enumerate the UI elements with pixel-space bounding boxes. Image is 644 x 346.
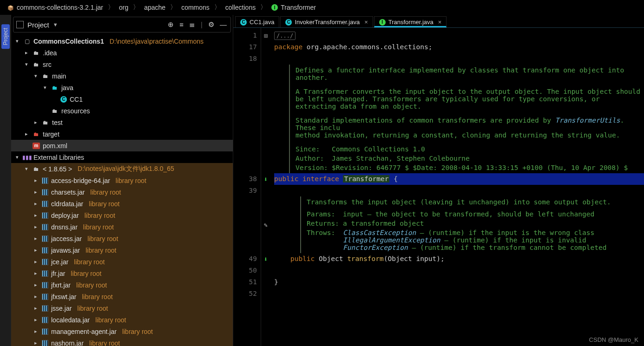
tab-cc1[interactable]: C CC1.java (235, 16, 279, 27)
chevron-right-icon[interactable]: ▸ (33, 340, 39, 346)
tree-lib-jar[interactable]: ▸jfxswt.jarlibrary root (11, 291, 233, 302)
doc-link[interactable]: IllegalArgumentException (343, 236, 440, 244)
tree-lib-jar[interactable]: ▸cldrdata.jarlibrary root (11, 198, 233, 209)
chevron-right-icon[interactable]: ▸ (33, 119, 39, 125)
project-panel: Project ▼ ⊕ ≡ ≣ | ⚙ — ▾ ▢ CommonsCollect… (11, 15, 233, 346)
chevron-down-icon[interactable]: ▾ (14, 38, 20, 44)
tree-label: localedata.jar (51, 316, 90, 324)
tree-folder-src[interactable]: ▾ 🖿 src (11, 59, 233, 70)
tree-lib-jar[interactable]: ▸nashorn.jarlibrary root (11, 337, 233, 346)
tree-folder-java[interactable]: ▾ 🖿 java (11, 82, 233, 93)
library-icon (42, 305, 48, 312)
crumb-org[interactable]: org (116, 3, 131, 12)
implemented-icon[interactable]: ⬇ (264, 255, 268, 263)
tree-folder-test[interactable]: ▸ 🖿 test (11, 117, 233, 128)
chevron-right-icon[interactable]: ▸ (23, 131, 30, 137)
tree-lib-jar[interactable]: ▸javaws.jarlibrary root (11, 244, 233, 256)
chevron-right-icon[interactable]: ▸ (33, 201, 39, 207)
doc-link[interactable]: FunctorException (343, 244, 408, 251)
tree-label: management-agent.jar (51, 328, 117, 335)
tree-lib-jar[interactable]: ▸jaccess.jarlibrary root (11, 233, 233, 244)
tree-lib-jar[interactable]: ▸deploy.jarlibrary root (11, 209, 233, 221)
chevron-right-icon[interactable]: ▸ (33, 305, 39, 311)
chevron-down-icon[interactable]: ▼ (53, 22, 58, 27)
code-content[interactable]: /.../ package org.apache.commons.collect… (270, 28, 644, 346)
gutter-marks[interactable]: ⊞⬇✎⬇ (261, 28, 270, 346)
tree-lib-jar[interactable]: ▸jfxrt.jarlibrary root (11, 279, 233, 291)
tree-lib-jar[interactable]: ▸dnsns.jarlibrary root (11, 221, 233, 233)
tree-folder-idea[interactable]: ▸ 🖿 .idea (11, 47, 233, 59)
tree-file-pom[interactable]: ▸ m pom.xml (11, 140, 233, 151)
tree-lib-jar[interactable]: ▸management-agent.jarlibrary root (11, 326, 233, 337)
project-header: Project ▼ ⊕ ≡ ≣ | ⚙ — (13, 17, 231, 33)
tree-suffix: library root (89, 200, 119, 208)
tree-label: pom.xml (43, 142, 67, 150)
edit-icon[interactable]: ✎ (264, 222, 268, 228)
chevron-right-icon[interactable]: ▸ (33, 177, 39, 183)
crumb-label: commons-collections-3.2.1.jar (17, 4, 103, 11)
project-tree[interactable]: ▾ ▢ CommonsCollections1 D:\notes\java\pr… (11, 34, 233, 346)
close-icon[interactable]: × (364, 19, 368, 26)
expand-all-icon[interactable]: ≡ (179, 20, 184, 29)
library-icon (42, 317, 48, 323)
toolwindow-stripe: Project (0, 15, 11, 346)
doc-text: – (runtime) if the input is the wrong cl… (416, 229, 594, 236)
code-editor[interactable]: 11718383949505152 ⊞⬇✎⬇ /.../ package org… (233, 28, 644, 346)
locate-icon[interactable]: ⊕ (168, 20, 174, 29)
chevron-right-icon[interactable]: ▸ (33, 235, 39, 242)
doc-link[interactable]: ClassCastException (343, 229, 416, 236)
doc-tag-value: $Revision: 646777 $ $Date: 2008-04-10 13… (332, 164, 644, 171)
crumb-jar[interactable]: commons-collections-3.2.1.jar (5, 3, 106, 12)
tree-module[interactable]: ▾ ▢ CommonsCollections1 D:\notes\java\pr… (11, 35, 233, 47)
line-gutter[interactable]: 11718383949505152 (233, 28, 261, 346)
hide-icon[interactable]: — (220, 20, 227, 29)
tree-lib-jar[interactable]: ▸access-bridge-64.jarlibrary root (11, 175, 233, 186)
tree-jdk[interactable]: ▾ 🖿 < 1.8.65 > D:\notes\java\jdk文件\jdk1.… (11, 163, 233, 175)
project-toolwindow-tab[interactable]: Project (1, 24, 10, 49)
doc-link[interactable]: TransformerUtils (555, 117, 620, 124)
crumb-apache[interactable]: apache (141, 3, 168, 12)
chevron-right-icon[interactable]: ▸ (33, 282, 39, 288)
tab-invoker[interactable]: C InvokerTransformer.java × (280, 16, 373, 27)
tree-lib-jar[interactable]: ▸jfr.jarlibrary root (11, 268, 233, 279)
chevron-right-icon[interactable]: ▸ (33, 317, 39, 323)
chevron-right-icon: 〉 (108, 3, 114, 12)
crumb-collections[interactable]: collections (223, 3, 258, 12)
chevron-right-icon[interactable]: ▸ (33, 328, 39, 334)
close-icon[interactable]: × (438, 19, 442, 26)
chevron-down-icon[interactable]: ▾ (23, 61, 30, 67)
chevron-down-icon[interactable]: ▾ (33, 73, 39, 79)
chevron-right-icon[interactable]: ▸ (33, 247, 39, 253)
crumb-interface[interactable]: I Transformer (269, 3, 319, 12)
tree-label: jsse.jar (51, 305, 72, 312)
crumb-commons[interactable]: commons (178, 3, 212, 12)
tree-label: java (61, 84, 73, 91)
tree-folder-target[interactable]: ▸ 🖿 target (11, 128, 233, 140)
tree-lib-jar[interactable]: ▸localedata.jarlibrary root (11, 314, 233, 326)
tree-class-cc1[interactable]: ▸ C CC1 (11, 93, 233, 105)
chevron-down-icon[interactable]: ▾ (42, 85, 48, 91)
chevron-right-icon[interactable]: ▸ (33, 259, 39, 265)
collapse-all-icon[interactable]: ≣ (189, 20, 195, 29)
project-title[interactable]: Project (27, 21, 49, 29)
chevron-right-icon[interactable]: ▸ (33, 212, 39, 218)
chevron-down-icon[interactable]: ▾ (14, 154, 20, 160)
chevron-right-icon[interactable]: ▸ (23, 50, 30, 56)
tree-label: dnsns.jar (51, 223, 78, 231)
tree-external-libs[interactable]: ▾ ▮▮▮ External Libraries (11, 151, 233, 163)
implemented-icon[interactable]: ⬇ (264, 176, 268, 183)
tree-lib-jar[interactable]: ▸charsets.jarlibrary root (11, 186, 233, 198)
chevron-right-icon[interactable]: ▸ (33, 294, 39, 300)
chevron-right-icon[interactable]: ▸ (33, 224, 39, 230)
tree-lib-jar[interactable]: ▸jce.jarlibrary root (11, 256, 233, 268)
fold-ellipsis[interactable]: /.../ (274, 32, 296, 40)
tree-folder-resources[interactable]: ▸ 🖿 resources (11, 105, 233, 117)
chevron-right-icon[interactable]: ▸ (33, 189, 39, 195)
fold-icon[interactable]: ⊞ (264, 32, 268, 39)
gear-icon[interactable]: ⚙ (208, 20, 214, 29)
tree-folder-main[interactable]: ▾ 🖿 main (11, 70, 233, 82)
tab-transformer[interactable]: I Transformer.java × (374, 16, 447, 27)
tree-lib-jar[interactable]: ▸jsse.jarlibrary root (11, 302, 233, 314)
chevron-down-icon[interactable]: ▾ (23, 166, 30, 172)
chevron-right-icon[interactable]: ▸ (33, 270, 39, 276)
